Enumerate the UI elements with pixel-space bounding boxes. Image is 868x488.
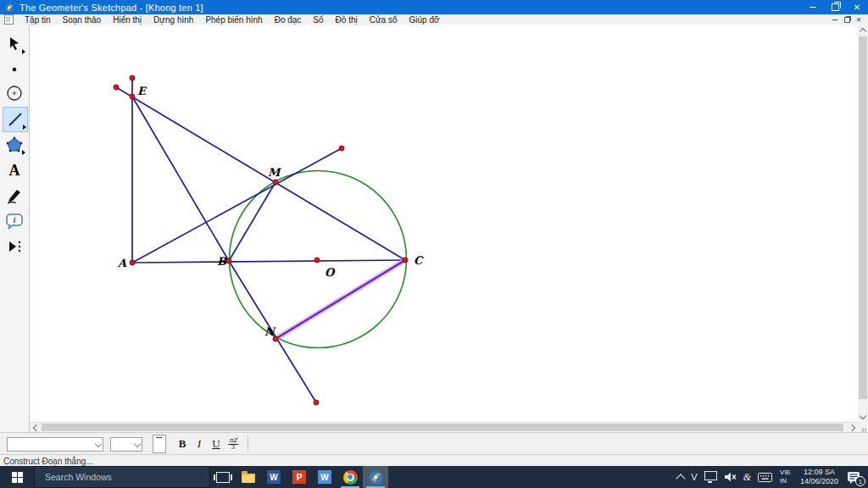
- unikey-tray-icon[interactable]: &: [740, 466, 754, 488]
- tray-overflow-button[interactable]: [674, 466, 687, 488]
- font-size-combo[interactable]: [110, 437, 142, 452]
- vertical-scrollbar[interactable]: [858, 25, 868, 422]
- point-M[interactable]: [273, 180, 278, 185]
- menu-item-7[interactable]: Số: [307, 15, 329, 25]
- menu-item-2[interactable]: Soạn thảo: [57, 15, 108, 25]
- segment-N-C[interactable]: [275, 260, 405, 339]
- italic-button[interactable]: I: [192, 435, 207, 452]
- start-button[interactable]: [0, 466, 34, 488]
- line-A-M[interactable]: [132, 148, 342, 263]
- menu-item-5[interactable]: Phép biến hình: [199, 15, 268, 25]
- chrome-button[interactable]: [337, 466, 363, 488]
- volume-muted-icon[interactable]: [721, 466, 740, 488]
- resize-grip[interactable]: [858, 422, 868, 432]
- line-E-M-C[interactable]: [116, 87, 405, 260]
- close-icon: ✕: [854, 3, 860, 12]
- vertical-scroll-thumb[interactable]: [859, 36, 867, 399]
- minimize-button[interactable]: [802, 0, 824, 14]
- wps-writer-icon: W: [318, 470, 331, 484]
- point-icon: [6, 61, 23, 78]
- touch-keyboard-icon[interactable]: [754, 466, 776, 488]
- scroll-right-button[interactable]: [848, 423, 858, 432]
- menu-item-1[interactable]: Tập tin: [19, 15, 57, 25]
- point-O[interactable]: [314, 258, 320, 263]
- language-top: VIE: [780, 469, 791, 477]
- menu-item-6[interactable]: Đo đạc: [269, 15, 308, 25]
- point-tool[interactable]: [3, 58, 26, 81]
- point-endpoint-ne[interactable]: [339, 146, 344, 151]
- restore-button[interactable]: [824, 0, 846, 14]
- sketchpad-icon: [369, 470, 383, 485]
- tool-strip: A i: [0, 25, 30, 432]
- straightedge-tool[interactable]: [3, 107, 28, 132]
- point-endpoint-left[interactable]: [114, 85, 119, 90]
- segment-icon: [7, 111, 24, 128]
- point-E[interactable]: [130, 94, 135, 99]
- wps-writer-button[interactable]: W: [312, 466, 337, 488]
- underline-button[interactable]: U: [209, 435, 224, 452]
- chrome-icon: [343, 470, 358, 485]
- horizontal-scroll-thumb[interactable]: [42, 424, 843, 431]
- custom-tool[interactable]: [3, 235, 26, 258]
- marker-tool[interactable]: [3, 184, 26, 208]
- selection-arrow-tool[interactable]: [3, 32, 26, 56]
- palette-separator: [248, 435, 248, 452]
- label-C[interactable]: C: [414, 254, 424, 267]
- sketchpad-taskbar-button[interactable]: [363, 466, 388, 488]
- scroll-left-button[interactable]: [30, 423, 40, 432]
- document-icon[interactable]: [4, 14, 14, 25]
- label-M[interactable]: M: [268, 166, 282, 179]
- menu-item-4[interactable]: Dựng hình: [147, 15, 199, 25]
- menu-item-3[interactable]: Hiển thị: [107, 15, 147, 25]
- bold-button[interactable]: B: [175, 435, 190, 452]
- point-endpoint-top[interactable]: [130, 75, 135, 80]
- label-A[interactable]: A: [117, 257, 127, 269]
- restore-icon: [832, 3, 839, 11]
- tray-v-icon[interactable]: V: [687, 466, 700, 488]
- search-placeholder: Search Windows: [45, 472, 112, 482]
- sketch-canvas[interactable]: EMABOCN: [30, 25, 858, 422]
- geometry-sketch[interactable]: EMABOCN: [30, 25, 858, 422]
- menu-item-9[interactable]: Cửa sổ: [364, 15, 403, 25]
- close-button[interactable]: ✕: [846, 0, 868, 14]
- child-close-button[interactable]: ✕: [853, 16, 865, 24]
- sketchpad-app-icon: [4, 3, 14, 13]
- color-swatch-button[interactable]: [153, 435, 166, 453]
- segment-A-C[interactable]: [132, 260, 405, 263]
- word-button[interactable]: W: [261, 466, 287, 488]
- selection-arrow-icon: [6, 36, 23, 53]
- menu-item-10[interactable]: Giúp đỡ: [403, 15, 446, 25]
- powerpoint-button[interactable]: P: [287, 466, 312, 488]
- scroll-up-button[interactable]: [858, 25, 868, 35]
- fraction-icon: πΖ 3: [228, 438, 237, 451]
- math-notation-button[interactable]: πΖ 3: [225, 435, 241, 452]
- clock[interactable]: 12:09 SA 14/06/2020: [795, 468, 843, 487]
- folder-icon: [242, 474, 255, 483]
- information-tool[interactable]: i: [3, 209, 26, 233]
- windows-logo-icon: [12, 472, 23, 483]
- chevron-up-icon: [676, 474, 686, 483]
- search-windows-box[interactable]: Search Windows: [34, 466, 210, 488]
- polygon-tool[interactable]: [3, 133, 26, 157]
- text-tool[interactable]: A: [3, 158, 26, 182]
- child-minimize-button[interactable]: [829, 19, 841, 20]
- scroll-down-button[interactable]: [858, 412, 868, 422]
- file-explorer-button[interactable]: [236, 466, 261, 488]
- child-restore-button[interactable]: [841, 17, 853, 23]
- label-O[interactable]: O: [325, 266, 336, 279]
- action-center-button[interactable]: 1: [843, 466, 868, 488]
- compass-tool[interactable]: [3, 81, 26, 105]
- powerpoint-icon: P: [292, 470, 306, 484]
- font-family-combo[interactable]: [7, 437, 103, 452]
- language-indicator[interactable]: VIE IN: [776, 469, 795, 485]
- menu-item-8[interactable]: Đồ thị: [330, 15, 364, 25]
- point-endpoint-se[interactable]: [314, 400, 319, 405]
- point-A[interactable]: [130, 260, 135, 265]
- point-C[interactable]: [403, 258, 408, 263]
- label-E[interactable]: E: [137, 85, 147, 97]
- segment-B-M[interactable]: [229, 182, 275, 261]
- display-tray-icon[interactable]: [701, 466, 721, 488]
- point-B[interactable]: [226, 258, 231, 263]
- label-B[interactable]: B: [217, 255, 227, 268]
- task-view-button[interactable]: [210, 466, 236, 488]
